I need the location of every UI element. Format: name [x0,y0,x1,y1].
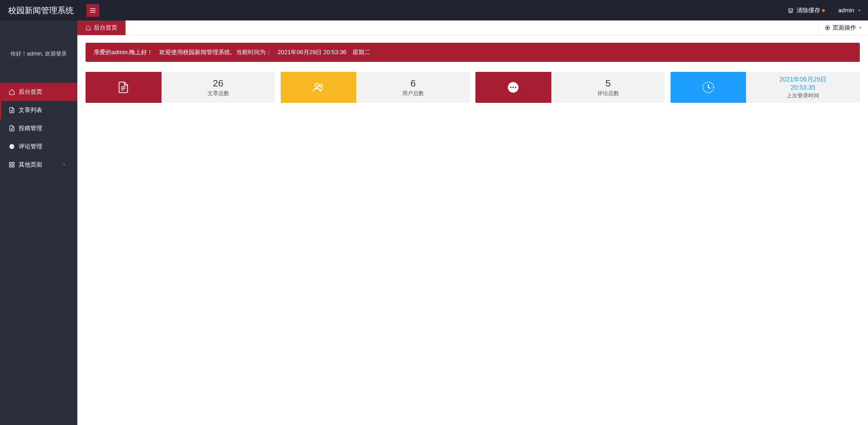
sidebar-item-submissions[interactable]: 投稿管理 [0,119,77,137]
stat-icon-wrapper [281,72,357,103]
stat-icon-wrapper [86,72,161,103]
sidebar-item-home[interactable]: 后台首页 [0,83,77,101]
tab-bar: 后台首页 页面操作 [77,20,868,35]
stat-body: 26 文章总数 [161,72,275,103]
tab-label: 后台首页 [94,24,117,32]
page-operations-dropdown[interactable]: 页面操作 [818,20,868,35]
svg-point-18 [827,27,828,29]
greeting-welcome: 欢迎使用校园新闻管理系统。当前时间为： [159,49,272,56]
comment-icon [507,81,520,94]
svg-point-28 [515,86,516,88]
tab-home[interactable]: 后台首页 [77,20,126,35]
sidebar-item-comments[interactable]: 评论管理 [0,137,77,156]
clear-cache-label: 清除缓存 [797,6,820,15]
target-icon [824,25,831,31]
stat-value: 5 [606,78,611,89]
stat-cards: 26 文章总数 6 用户总数 [86,72,860,103]
stat-card-articles: 26 文章总数 [86,72,275,103]
notification-dot [822,9,825,12]
page-ops-label: 页面操作 [833,24,856,32]
sidebar-item-label: 文章列表 [19,106,42,114]
trash-icon [787,7,794,14]
home-icon [86,25,91,30]
greeting-text: 亲爱的admin,晚上好！ [94,49,153,56]
app-title: 校园新闻管理系统 [0,5,82,16]
sidebar-item-articles[interactable]: 文章列表 [0,101,77,119]
user-dropdown[interactable]: admin [838,7,862,14]
grid-icon [9,162,15,168]
svg-point-11 [13,146,14,147]
stat-icon-wrapper [671,72,747,103]
stat-label: 用户总数 [402,90,424,97]
users-icon [312,81,325,94]
svg-point-27 [513,86,514,88]
svg-point-9 [10,146,11,147]
svg-rect-13 [12,162,14,164]
stat-card-comments: 5 评论总数 [475,72,665,103]
sidebar-item-label: 其他页面 [19,161,42,169]
chevron-down-icon [858,25,863,30]
stat-value: 6 [410,78,416,89]
svg-rect-15 [12,165,14,167]
sidebar-item-label: 后台首页 [19,88,42,96]
sidebar-item-label: 评论管理 [19,142,42,151]
top-header: 校园新闻管理系统 清除缓存 admin [0,0,868,20]
document-icon [9,107,15,113]
welcome-message: 你好！admin, 欢迎登录 [0,20,77,83]
user-label: admin [838,7,854,14]
sidebar: 你好！admin, 欢迎登录 后台首页 文章列表 投稿管理 评论管理 其他页面 [0,20,77,425]
stat-label: 上次登录时间 [787,92,819,100]
comment-icon [9,143,15,150]
stat-card-last-login: 2021年06月29日 20:53:35 上次登录时间 [671,72,860,103]
home-icon [9,89,15,95]
document-icon [117,81,130,94]
svg-point-23 [315,83,318,87]
greeting-weekday: 星期二 [353,49,370,56]
document-icon [9,125,15,132]
svg-point-24 [319,84,323,87]
sidebar-item-other[interactable]: 其他页面 [0,156,77,174]
svg-point-26 [510,86,511,88]
svg-marker-16 [63,164,66,166]
chevron-down-icon [857,8,862,13]
stat-body: 5 评论总数 [551,72,665,103]
stat-body: 6 用户总数 [356,72,470,103]
svg-rect-12 [10,162,11,164]
stat-body: 2021年06月29日 20:53:35 上次登录时间 [746,72,860,103]
svg-point-10 [11,146,12,147]
clear-cache-button[interactable]: 清除缓存 [787,6,825,15]
greeting-datetime: 2021年06月29日 20:53:36 [278,49,346,56]
stat-value: 26 [213,78,223,89]
stat-icon-wrapper [475,72,551,103]
sidebar-toggle-button[interactable] [86,4,99,17]
sidebar-item-label: 投稿管理 [19,124,42,132]
stat-card-users: 6 用户总数 [281,72,470,103]
main-content: 后台首页 页面操作 亲爱的admin,晚上好！ 欢迎使用校园新闻管理系统。当前时… [77,20,868,425]
greeting-banner: 亲爱的admin,晚上好！ 欢迎使用校园新闻管理系统。当前时间为： 2021年0… [86,43,860,62]
last-login-date: 2021年06月29日 [779,76,827,84]
svg-marker-19 [859,27,862,29]
clock-icon [702,81,715,94]
stat-label: 文章总数 [207,90,229,97]
stat-label: 评论总数 [597,90,619,97]
svg-rect-14 [10,165,11,167]
last-login-time: 20:53:35 [791,84,816,91]
svg-marker-3 [858,10,861,11]
hamburger-icon [89,7,96,14]
chevron-down-icon [62,162,66,167]
